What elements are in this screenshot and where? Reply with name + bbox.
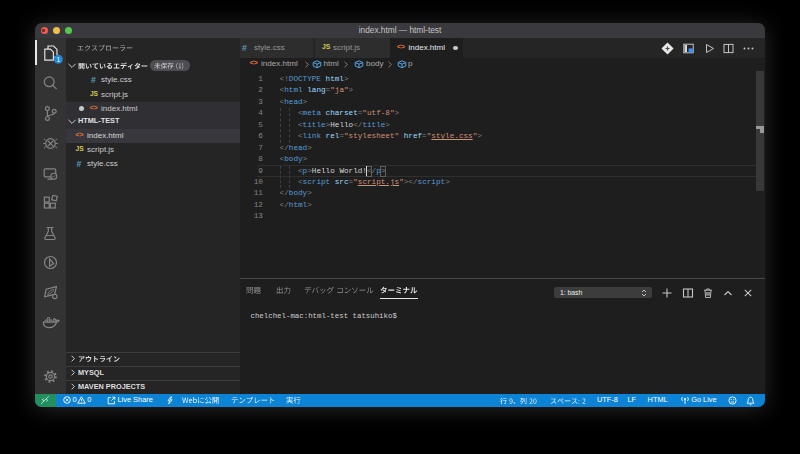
svg-text:1: 1 [56, 55, 60, 62]
